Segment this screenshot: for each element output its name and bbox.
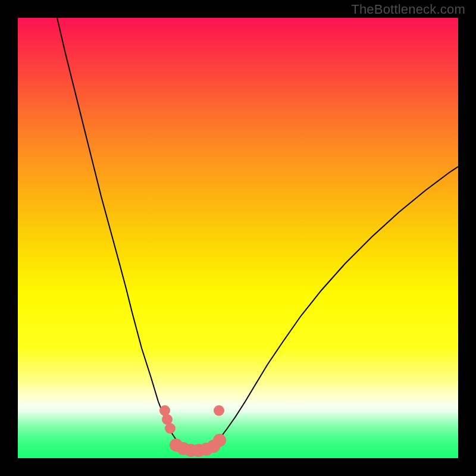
chart-svg — [18, 18, 458, 458]
series-right_curve — [214, 167, 458, 445]
chart-frame: TheBottleneck.com — [0, 0, 476, 476]
plot-area — [18, 18, 458, 458]
valley-marker-2 — [165, 423, 176, 434]
valley-marker-10 — [214, 405, 224, 416]
curve-lines — [57, 18, 458, 449]
valley-marker-9 — [213, 434, 226, 447]
series-left_curve — [57, 18, 180, 443]
attribution-text: TheBottleneck.com — [351, 2, 465, 17]
valley-markers — [159, 405, 226, 457]
